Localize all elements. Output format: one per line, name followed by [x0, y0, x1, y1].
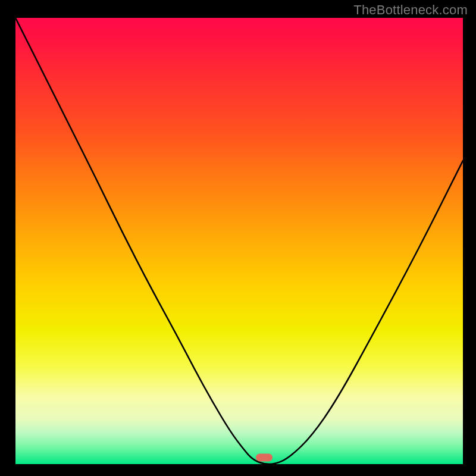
chart-frame: TheBottleneck.com	[0, 0, 476, 476]
curve-svg	[15, 18, 463, 464]
optimal-point-marker	[256, 453, 273, 461]
plot-area	[15, 18, 463, 464]
watermark-text: TheBottleneck.com	[353, 2, 468, 18]
bottleneck-curve	[15, 18, 463, 464]
